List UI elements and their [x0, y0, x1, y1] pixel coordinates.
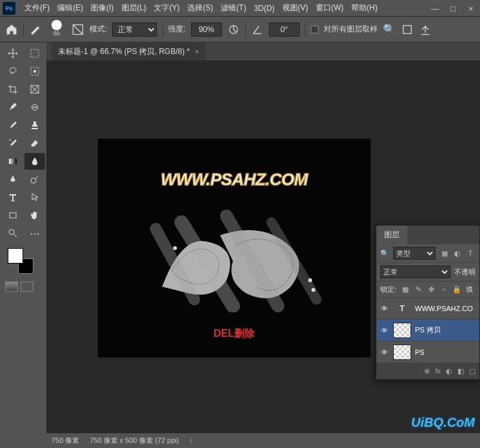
svg-point-19	[173, 246, 177, 250]
gradient-tool[interactable]	[3, 153, 23, 170]
tab-layers[interactable]: 图层	[376, 226, 407, 244]
frame-icon[interactable]	[401, 23, 414, 36]
strength-input[interactable]	[191, 22, 222, 37]
eyedropper-tool[interactable]	[3, 99, 23, 116]
stamp-tool[interactable]	[24, 117, 45, 134]
lasso-tool[interactable]	[3, 63, 23, 80]
brush-artwork	[143, 210, 329, 312]
path-select-tool[interactable]	[24, 189, 45, 206]
type-tool[interactable]	[3, 189, 23, 206]
history-brush-tool[interactable]	[3, 135, 23, 152]
visibility-toggle[interactable]: 👁	[379, 305, 389, 312]
layer-mask-icon[interactable]: ◐	[446, 367, 452, 375]
layer-filter-select[interactable]: 类型	[393, 247, 436, 260]
quick-select-tool[interactable]	[24, 63, 45, 80]
menu-image[interactable]: 图像(I)	[87, 3, 117, 13]
foreground-color[interactable]	[8, 248, 23, 264]
status-zoom[interactable]: 750 像素	[51, 436, 79, 445]
document-tab-bar: 未标题-1 @ 66.7% (PS 拷贝, RGB/8) * ×	[0, 42, 480, 60]
eraser-tool[interactable]	[24, 135, 45, 152]
minimize-button[interactable]: —	[426, 0, 444, 17]
pen-tool[interactable]	[3, 171, 23, 188]
layer-item[interactable]: 👁 PS	[376, 341, 479, 363]
svg-rect-15	[9, 159, 17, 164]
tab-close-icon[interactable]: ×	[195, 48, 199, 55]
layer-item[interactable]: 👁 T WWW.PSAHZ.CO	[376, 298, 479, 319]
angle-input[interactable]	[269, 22, 300, 37]
hand-tool[interactable]	[24, 207, 45, 224]
brush-preview[interactable]: 50	[47, 20, 66, 39]
menu-edit[interactable]: 编辑(E)	[53, 3, 87, 13]
pressure-icon[interactable]	[227, 23, 240, 36]
brush-tool[interactable]	[3, 117, 23, 134]
document-canvas[interactable]: WWW.PSAHZ.COM DEL删除	[98, 139, 371, 357]
layer-name[interactable]: PS	[415, 348, 425, 356]
frame-tool[interactable]	[24, 81, 45, 98]
link-layers-icon[interactable]: ⊕	[424, 367, 430, 375]
status-dimensions[interactable]: 750 像素 x 500 像素 (72 ppi)	[89, 436, 179, 445]
blend-mode-select[interactable]: 正常	[380, 265, 450, 278]
layer-name[interactable]: PS 拷贝	[415, 325, 441, 335]
rectangle-tool[interactable]	[3, 207, 23, 224]
lock-paint-icon[interactable]: ✎	[413, 284, 423, 294]
visibility-toggle[interactable]: 👁	[379, 327, 389, 334]
color-swatches[interactable]	[8, 248, 33, 274]
menu-file[interactable]: 文件(F)	[21, 3, 53, 13]
menu-window[interactable]: 窗口(W)	[312, 3, 347, 13]
tool-preset-icon[interactable]	[29, 23, 42, 36]
filter-type-icon[interactable]: T	[465, 248, 475, 258]
marquee-tool[interactable]	[24, 45, 45, 62]
blur-tool[interactable]	[24, 153, 45, 170]
home-icon[interactable]	[5, 23, 18, 36]
menu-3d[interactable]: 3D(D)	[250, 4, 279, 13]
maximize-button[interactable]: □	[444, 0, 462, 17]
panel-tab-bar: 图层	[376, 226, 479, 244]
lock-all-icon[interactable]: 🔒	[452, 284, 462, 294]
search-icon[interactable]: 🔍	[380, 249, 389, 258]
status-bar: 750 像素 750 像素 x 500 像素 (72 ppi) 〉	[46, 433, 480, 448]
quick-mask-icon[interactable]	[21, 282, 33, 292]
panel-footer: ⊕ fx ◐ ◧ ▢	[376, 363, 479, 379]
healing-tool[interactable]	[24, 99, 45, 116]
search-icon[interactable]: 🔍	[383, 23, 396, 36]
menu-layer[interactable]: 图层(L)	[118, 3, 151, 13]
svg-point-14	[36, 107, 37, 108]
status-chevron-icon[interactable]: 〉	[189, 436, 196, 445]
close-button[interactable]: ×	[462, 0, 480, 17]
menu-help[interactable]: 帮助(H)	[347, 3, 382, 13]
svg-point-21	[311, 288, 315, 292]
new-layer-icon[interactable]: ▢	[469, 367, 475, 375]
filter-pixel-icon[interactable]: ▦	[439, 248, 450, 258]
document-tab[interactable]: 未标题-1 @ 66.7% (PS 拷贝, RGB/8) * ×	[51, 43, 205, 60]
lock-transparency-icon[interactable]: ▩	[400, 284, 411, 294]
strength-label: 强度:	[168, 24, 185, 35]
visibility-toggle[interactable]: 👁	[379, 348, 389, 356]
options-bar: 50 模式: 正常 强度: 对所有图层取样 🔍	[0, 17, 480, 42]
angle-icon[interactable]	[251, 23, 264, 36]
menu-type[interactable]: 文字(Y)	[150, 3, 183, 13]
menu-select[interactable]: 选择(S)	[183, 3, 217, 13]
layer-name[interactable]: WWW.PSAHZ.CO	[415, 305, 473, 312]
new-group-icon[interactable]: ◧	[457, 367, 464, 375]
dodge-tool[interactable]	[24, 171, 45, 188]
edit-toolbar[interactable]: ⋯	[24, 225, 45, 242]
mode-label: 模式:	[89, 24, 107, 35]
toolbox: ⋯	[0, 42, 46, 294]
move-tool[interactable]	[3, 45, 23, 62]
layer-fx-icon[interactable]: fx	[435, 367, 441, 375]
mode-select[interactable]: 正常	[112, 22, 157, 37]
standard-mode-icon[interactable]	[5, 282, 18, 292]
share-icon[interactable]	[419, 23, 432, 36]
layer-item[interactable]: 👁 PS 拷贝	[376, 319, 479, 341]
lock-position-icon[interactable]: ✥	[426, 284, 436, 294]
crop-tool[interactable]	[3, 81, 23, 98]
brush-panel-icon[interactable]	[71, 23, 84, 36]
brush-dot-icon	[51, 20, 62, 30]
svg-point-7	[33, 70, 36, 73]
menu-view[interactable]: 视图(V)	[279, 3, 312, 13]
menu-filter[interactable]: 滤镜(T)	[217, 3, 250, 13]
lock-artboard-icon[interactable]: ▫	[439, 284, 449, 294]
sample-all-checkbox[interactable]	[311, 26, 318, 33]
zoom-tool[interactable]	[3, 225, 23, 242]
filter-adjust-icon[interactable]: ◐	[452, 248, 463, 258]
